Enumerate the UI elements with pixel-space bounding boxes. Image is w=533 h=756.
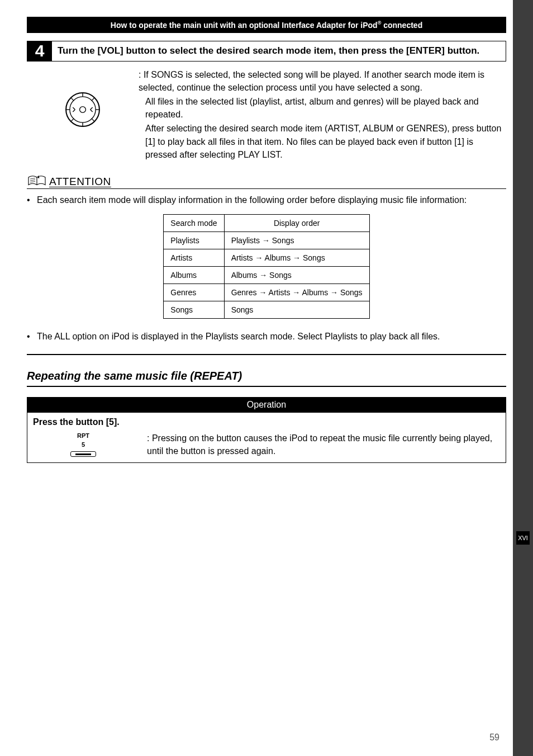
page-number: 59 [489,733,499,743]
attention-bullet-1-text: Each search item mode will display infor… [37,193,467,206]
step-body-text: : If SONGS is selected, the selected son… [139,68,506,162]
search-mode-table: Search mode Display order Playlists Play… [163,214,369,319]
cell-mode: Playlists [164,232,224,249]
vol-knob-graphic [27,68,139,162]
cell-mode: Genres [164,284,224,301]
step-body-p1: : If SONGS is selected, the selected son… [139,68,506,94]
attention-heading: ATTENTION [27,173,506,189]
th-search-mode: Search mode [164,215,224,232]
svg-line-10 [72,118,74,121]
step-body: : If SONGS is selected, the selected son… [27,68,506,162]
cell-mode: Albums [164,267,224,284]
svg-line-7 [72,98,74,101]
svg-line-8 [92,118,94,121]
bullet-dot: • [27,330,37,343]
knob-icon [64,91,102,129]
book-icon [27,173,47,188]
table-row: Songs Songs [164,301,369,319]
attention-bullet-1: • Each search item mode will display inf… [27,193,506,206]
cell-order: Genres → Artists → Albums → Songs [224,284,369,301]
cell-order: Playlists → Songs [224,232,369,249]
operation-header: Operation [27,398,506,413]
button-label-5: 5 [33,441,134,449]
th-display-order: Display order [224,215,369,232]
cell-order: Albums → Songs [224,267,369,284]
repeat-section-title: Repeating the same music file (REPEAT) [27,370,506,387]
table-row: Artists Artists → Albums → Songs [164,249,369,267]
step-body-p3: After selecting the desired search mode … [139,122,506,161]
table-row: Genres Genres → Artists → Albums → Songs [164,284,369,301]
svg-point-0 [66,93,99,126]
step-instruction: Turn the [VOL] button to select the desi… [52,41,485,61]
cell-order: Songs [224,301,369,319]
table-row: Playlists Playlists → Songs [164,232,369,249]
step-number: 4 [27,41,52,61]
button-5-graphic: RPT 5 [33,432,134,457]
page-header-text: How to operate the main unit with an opt… [111,21,422,30]
operation-table: Operation Press the button [5]. RPT 5 : … [27,397,506,462]
cell-order: Artists → Albums → Songs [224,249,369,267]
button-label-rpt: RPT [33,432,134,440]
section-badge: XVI [516,531,530,545]
cell-mode: Songs [164,301,224,319]
svg-line-9 [92,98,94,101]
button-slot-icon [70,451,96,457]
step-body-p2: All files in the selected list (playlist… [139,95,506,121]
table-row: Albums Albums → Songs [164,267,369,284]
operation-description: : Pressing on the button causes the iPod… [147,432,500,457]
step-box: 4 Turn the [VOL] button to select the de… [27,41,506,62]
attention-label: ATTENTION [49,176,111,188]
svg-point-2 [80,106,86,112]
attention-bullet-2: • The ALL option on iPod is displayed in… [27,330,506,343]
cell-mode: Artists [164,249,224,267]
bullet-dot: • [27,193,37,206]
page-header-bar: How to operate the main unit with an opt… [27,17,506,33]
section-divider [27,354,506,355]
operation-instruction: Press the button [5]. [33,417,500,427]
attention-bullet-2-text: The ALL option on iPod is displayed in t… [37,330,440,343]
